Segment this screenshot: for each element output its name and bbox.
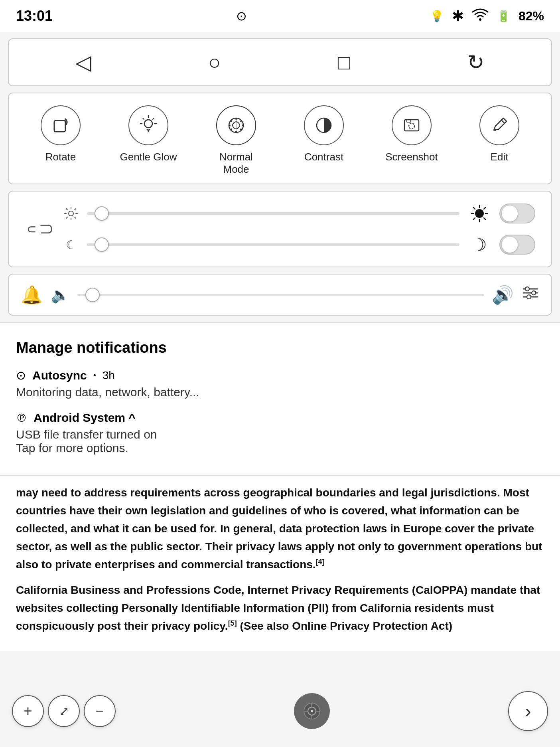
edit-label: Edit — [491, 151, 509, 163]
brightness-panel: ⋂∪ — [8, 191, 552, 267]
recent-button[interactable]: □ — [338, 50, 350, 74]
svg-line-8 — [153, 118, 154, 119]
refresh-button[interactable]: ↻ — [467, 50, 485, 74]
expand-icon: ⤢ — [59, 704, 69, 718]
night-slider[interactable] — [87, 243, 459, 246]
night-thumb[interactable] — [95, 237, 109, 252]
svg-point-12 — [240, 121, 242, 122]
action-rotate[interactable]: Rotate — [29, 105, 93, 163]
svg-line-32 — [75, 209, 76, 210]
edit-circle — [479, 105, 519, 145]
manage-notifications-title: Manage notifications — [16, 339, 544, 356]
expand-button[interactable]: ⤢ — [48, 695, 80, 727]
svg-line-23 — [501, 120, 505, 124]
action-edit[interactable]: Edit — [467, 105, 531, 163]
content-paragraph-1: may need to address requirements across … — [16, 484, 544, 573]
notif-autosync-header: ⊙ Autosync • 3h — [16, 368, 544, 382]
svg-line-39 — [473, 208, 475, 209]
quick-actions-row: Rotate Gentle Glow — [17, 105, 543, 176]
action-normal-mode[interactable]: NormalMode — [204, 105, 268, 176]
normal-mode-circle — [216, 105, 256, 145]
brightness-thumb[interactable] — [95, 206, 109, 221]
svg-line-31 — [75, 217, 76, 218]
contrast-label: Contrast — [304, 151, 343, 163]
home-button[interactable]: ○ — [208, 50, 221, 74]
normal-mode-label: NormalMode — [219, 151, 253, 176]
volume-thumb[interactable] — [85, 288, 100, 302]
svg-point-51 — [311, 710, 313, 712]
status-icons: 💡 ✱ 🔋 82% — [430, 7, 544, 25]
svg-line-41 — [484, 208, 485, 209]
svg-point-34 — [475, 209, 483, 217]
svg-point-46 — [525, 287, 529, 291]
android-system-icon: ℗ — [16, 411, 27, 425]
autosync-app-name: Autosync — [32, 369, 87, 382]
svg-point-17 — [229, 125, 231, 126]
action-gentle-glow[interactable]: Gentle Glow — [116, 105, 180, 163]
autosync-icon: ⊙ — [236, 8, 247, 24]
status-time: 13:01 — [16, 8, 53, 24]
svg-point-15 — [235, 131, 237, 132]
back-button[interactable]: ◁ — [75, 50, 91, 74]
status-bar: 13:01 ⊙ 💡 ✱ 🔋 82% — [0, 0, 560, 32]
notif-android-system[interactable]: ℗ Android System ^ USB file transfer tur… — [16, 411, 544, 455]
rotate-circle — [41, 105, 81, 145]
notif-autosync[interactable]: ⊙ Autosync • 3h Monitoring data, network… — [16, 368, 544, 399]
float-btn-group-left: + ⤢ − — [12, 695, 116, 727]
battery-percent: 82% — [519, 9, 544, 24]
zoom-out-button[interactable]: − — [84, 695, 116, 727]
svg-line-33 — [66, 217, 67, 218]
autosync-notif-icon: ⊙ — [16, 368, 26, 382]
svg-point-48 — [527, 295, 531, 299]
android-system-line1: USB file transfer turned on — [16, 428, 544, 441]
sun-small-icon — [63, 207, 79, 220]
notif-dot-1: • — [93, 371, 96, 380]
volume-panel: 🔔 🔈 🔊 — [8, 274, 552, 316]
svg-point-16 — [231, 128, 232, 130]
sun-large-icon — [467, 205, 491, 222]
content-area: may need to address requirements across … — [0, 476, 560, 651]
gentle-glow-label: Gentle Glow — [120, 151, 177, 163]
svg-line-40 — [484, 218, 485, 219]
volume-settings-icon[interactable] — [522, 284, 539, 305]
plus-icon: + — [24, 703, 32, 719]
screenshot-circle — [392, 105, 432, 145]
svg-point-22 — [409, 123, 414, 129]
svg-point-2 — [144, 120, 152, 128]
next-page-button[interactable]: › — [508, 691, 548, 731]
brightness-toggle-knob — [502, 206, 518, 221]
moon-small-icon: ☾ — [63, 238, 79, 252]
screenshot-label: Screenshot — [385, 151, 438, 163]
action-screenshot[interactable]: Screenshot — [380, 105, 444, 163]
autosync-time: 3h — [103, 369, 115, 382]
brightness-toggle[interactable] — [499, 204, 535, 223]
wifi-icon — [472, 7, 489, 25]
bell-icon: 🔔 — [21, 285, 43, 305]
nav-bar: ◁ ○ □ ↻ — [8, 38, 552, 86]
brightness-slider[interactable] — [87, 212, 459, 215]
svg-point-13 — [242, 125, 243, 126]
speaker-high-icon: 🔊 — [492, 285, 514, 305]
svg-point-18 — [231, 121, 232, 122]
brightness-side-label: ⋂∪ — [25, 224, 55, 234]
reading-mode-icon[interactable] — [294, 693, 330, 729]
night-mode-row: ☾ ☽ — [63, 235, 535, 255]
android-system-line2: Tap for more options. — [16, 441, 544, 455]
night-toggle[interactable] — [499, 235, 535, 255]
content-paragraph-2: California Business and Professions Code… — [16, 581, 544, 635]
night-toggle-knob — [502, 237, 518, 253]
svg-rect-21 — [407, 120, 411, 122]
android-system-app-name: Android System ^ — [34, 411, 136, 425]
gentle-glow-circle — [128, 105, 168, 145]
svg-point-25 — [69, 211, 73, 216]
volume-slider[interactable] — [77, 294, 484, 296]
quick-actions-panel: Rotate Gentle Glow — [8, 93, 552, 184]
rotate-label: Rotate — [45, 151, 76, 163]
svg-point-0 — [479, 18, 481, 21]
svg-point-14 — [240, 128, 242, 130]
notif-android-header: ℗ Android System ^ — [16, 411, 544, 425]
action-contrast[interactable]: Contrast — [292, 105, 356, 163]
zoom-in-button[interactable]: + — [12, 695, 44, 727]
svg-line-30 — [66, 209, 67, 210]
svg-point-47 — [532, 291, 536, 295]
